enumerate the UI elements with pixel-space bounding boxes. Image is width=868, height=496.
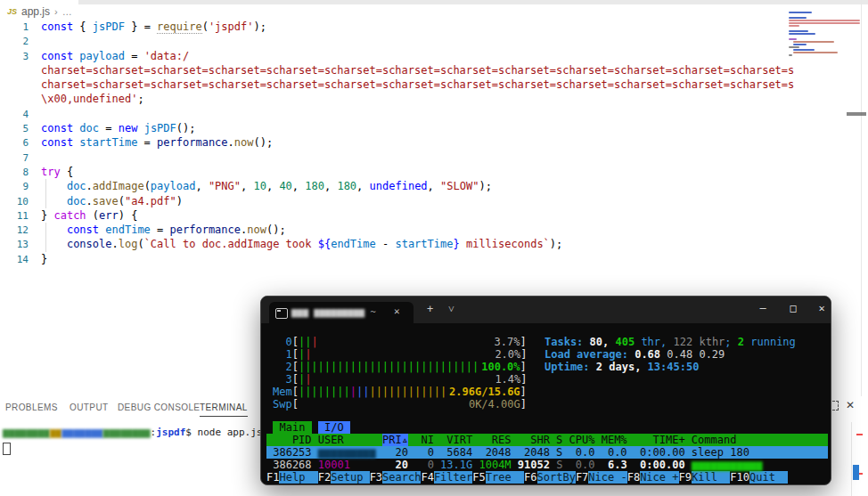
- new-tab-button[interactable]: +: [427, 303, 433, 315]
- close-tab-icon[interactable]: ✕: [394, 305, 400, 317]
- close-panel-icon[interactable]: ✕: [846, 399, 855, 411]
- javascript-file-icon: JS: [7, 7, 17, 16]
- tab-terminal[interactable]: TERMINAL: [200, 402, 248, 417]
- indent-guide: [45, 223, 46, 252]
- minimize-button[interactable]: –: [753, 302, 773, 314]
- tab-output[interactable]: OUTPUT: [70, 402, 109, 412]
- maximize-button[interactable]: □: [783, 302, 803, 314]
- editor-tab-strip: [78, 0, 868, 4]
- terminal-tab[interactable]: ▆▆▆ ▆▆▆▆▆▆▆▆▆ ~ ✕: [269, 302, 414, 323]
- code-editor: 1const { jsPDF } = require('jspdf');23co…: [0, 20, 856, 266]
- htop-process-table[interactable]: Main I/O PID USER PRI▵ NI VIRT RES SHR S…: [266, 421, 828, 484]
- terminal-decoration-mark: [856, 434, 863, 435]
- tab-problems[interactable]: PROBLEMS: [5, 402, 58, 412]
- breadcrumb[interactable]: JS app.js › …: [7, 4, 72, 18]
- scrollbar-marker[interactable]: [847, 112, 866, 116]
- terminal-window[interactable]: ▆▆▆ ▆▆▆▆▆▆▆▆▆ ~ ✕ + ˅ – □ ✕ 0[|||3.7%] 1…: [260, 296, 831, 485]
- window-titlebar[interactable]: ▆▆▆ ▆▆▆▆▆▆▆▆▆ ~ ✕ + ˅ – □ ✕: [261, 297, 831, 323]
- terminal-scrollbar-track: [851, 422, 852, 496]
- breadcrumb-symbol-ellipsis[interactable]: …: [62, 6, 72, 17]
- tab-debug-console[interactable]: DEBUG CONSOLE: [118, 402, 200, 412]
- indent-guide: [45, 179, 46, 208]
- integrated-terminal[interactable]: ▆▆▆▆▆▆▆▆▆▆▆▆▆▆▆▆▆▆▆▆▆▆▆▆▆:jspdf$ node ap…: [3, 426, 262, 455]
- breadcrumb-file-name[interactable]: app.js: [21, 5, 50, 18]
- htop-cpu-memory-meters: 0[|||3.7%] 1[||2.0%] 2[|||||||||||||||||…: [273, 336, 528, 411]
- close-button[interactable]: ✕: [812, 302, 831, 314]
- editor-right-border: [861, 0, 862, 396]
- panel-actions: ✕: [829, 399, 855, 411]
- htop-system-info: Tasks: 80, 405 thr, 122 kthr; 2 runningL…: [545, 336, 796, 373]
- terminal-tab-title: ▆▆▆ ▆▆▆▆▆▆▆▆▆ ~: [291, 306, 376, 317]
- console-icon: [275, 308, 288, 319]
- minimap[interactable]: [789, 12, 862, 61]
- terminal-scrollbar-thumb[interactable]: [853, 465, 859, 480]
- tab-dropdown-icon[interactable]: ˅: [448, 303, 454, 316]
- chevron-right-icon: ›: [54, 6, 58, 17]
